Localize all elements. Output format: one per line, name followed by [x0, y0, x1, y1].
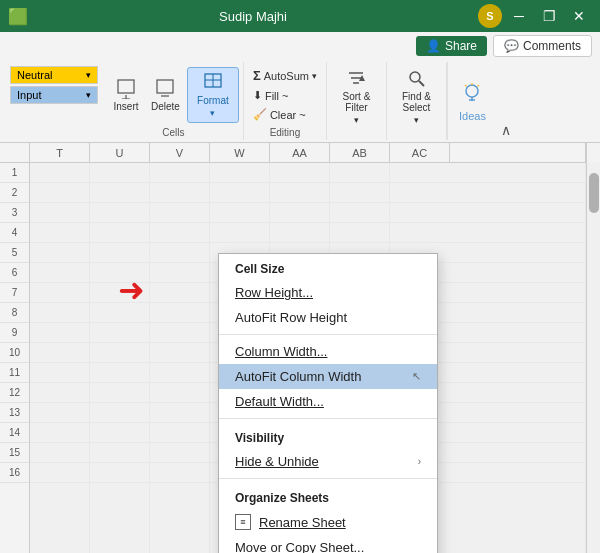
- hide-unhide-item[interactable]: Hide & Unhide ›: [219, 449, 437, 474]
- delete-button[interactable]: Delete: [146, 67, 185, 123]
- table-row[interactable]: [150, 263, 209, 283]
- table-row[interactable]: [30, 423, 89, 443]
- table-row[interactable]: [210, 183, 269, 203]
- vertical-scrollbar[interactable]: [586, 163, 600, 553]
- move-copy-item[interactable]: Move or Copy Sheet...: [219, 535, 437, 553]
- table-row[interactable]: [150, 243, 209, 263]
- table-row[interactable]: [30, 203, 89, 223]
- table-row[interactable]: [30, 463, 89, 483]
- table-row[interactable]: [270, 163, 329, 183]
- table-row[interactable]: [30, 443, 89, 463]
- table-row[interactable]: [30, 183, 89, 203]
- table-row[interactable]: [30, 403, 89, 423]
- table-row[interactable]: [150, 223, 209, 243]
- col-AA[interactable]: AA: [270, 143, 330, 162]
- clear-button[interactable]: 🧹 Clear ~: [248, 106, 322, 123]
- table-row[interactable]: [90, 223, 149, 243]
- table-row[interactable]: [30, 363, 89, 383]
- rename-sheet-item[interactable]: ≡ Rename Sheet: [219, 509, 437, 535]
- table-row[interactable]: [30, 303, 89, 323]
- table-row[interactable]: [150, 203, 209, 223]
- table-row[interactable]: [150, 163, 209, 183]
- neutral-style[interactable]: Neutral ▾: [10, 66, 98, 84]
- col-T[interactable]: T: [30, 143, 90, 162]
- table-row[interactable]: [90, 383, 149, 403]
- table-row[interactable]: [150, 463, 209, 483]
- table-row[interactable]: [30, 343, 89, 363]
- insert-button[interactable]: Insert: [108, 67, 144, 123]
- column-width-item[interactable]: Column Width...: [219, 339, 437, 364]
- table-row[interactable]: [90, 203, 149, 223]
- close-button[interactable]: ✕: [566, 3, 592, 29]
- table-row[interactable]: [150, 323, 209, 343]
- share-button[interactable]: 👤 Share: [416, 36, 487, 56]
- table-row[interactable]: [150, 303, 209, 323]
- table-row[interactable]: [90, 363, 149, 383]
- table-row[interactable]: [390, 203, 585, 223]
- ribbon-collapse-button[interactable]: ∧: [497, 120, 515, 140]
- table-row[interactable]: [90, 163, 149, 183]
- table-row[interactable]: [90, 263, 149, 283]
- table-row[interactable]: [150, 423, 209, 443]
- table-row[interactable]: [330, 163, 389, 183]
- table-row[interactable]: [330, 203, 389, 223]
- ideas-button[interactable]: Ideas: [447, 62, 497, 140]
- row-height-item[interactable]: Row Height...: [219, 280, 437, 305]
- table-row[interactable]: [270, 223, 329, 243]
- table-row[interactable]: [90, 323, 149, 343]
- table-row[interactable]: [150, 343, 209, 363]
- autofit-column-width-item[interactable]: AutoFit Column Width ↖: [219, 364, 437, 389]
- table-row[interactable]: [390, 163, 585, 183]
- autosum-button[interactable]: Σ AutoSum ▾: [248, 66, 322, 85]
- cell-T1[interactable]: [30, 163, 89, 183]
- autofit-row-height-item[interactable]: AutoFit Row Height: [219, 305, 437, 330]
- table-row[interactable]: [90, 463, 149, 483]
- table-row[interactable]: [330, 183, 389, 203]
- table-row[interactable]: [270, 183, 329, 203]
- find-button[interactable]: Find &Select ▾: [397, 64, 436, 128]
- table-row[interactable]: [90, 183, 149, 203]
- table-row[interactable]: [210, 163, 269, 183]
- fill-button[interactable]: ⬇ Fill ~: [248, 87, 322, 104]
- table-row[interactable]: [90, 423, 149, 443]
- col-V[interactable]: V: [150, 143, 210, 162]
- sort-filter-button[interactable]: Sort &Filter ▾: [338, 64, 376, 128]
- table-row[interactable]: [150, 383, 209, 403]
- input-style[interactable]: Input ▾: [10, 86, 98, 104]
- col-W[interactable]: W: [210, 143, 270, 162]
- table-row[interactable]: [330, 223, 389, 243]
- table-row[interactable]: [150, 363, 209, 383]
- scrollbar-thumb[interactable]: [589, 173, 599, 213]
- restore-button[interactable]: ❐: [536, 3, 562, 29]
- table-row[interactable]: [30, 383, 89, 403]
- table-row[interactable]: [90, 443, 149, 463]
- table-row[interactable]: [30, 223, 89, 243]
- table-row[interactable]: [210, 223, 269, 243]
- table-row[interactable]: [270, 203, 329, 223]
- table-row[interactable]: [210, 203, 269, 223]
- col-AB[interactable]: AB: [330, 143, 390, 162]
- table-row[interactable]: [90, 303, 149, 323]
- editing-group: Σ AutoSum ▾ ⬇ Fill ~ 🧹 Clear ~ Editing: [244, 62, 327, 140]
- table-row[interactable]: [30, 243, 89, 263]
- table-row[interactable]: [30, 323, 89, 343]
- format-button[interactable]: Format ▾: [187, 67, 239, 123]
- table-row[interactable]: [390, 223, 585, 243]
- default-width-item[interactable]: Default Width...: [219, 389, 437, 414]
- table-row[interactable]: [30, 263, 89, 283]
- minimize-button[interactable]: ─: [506, 3, 532, 29]
- table-row[interactable]: [90, 283, 149, 303]
- comments-button[interactable]: 💬 Comments: [493, 35, 592, 57]
- table-row[interactable]: [30, 283, 89, 303]
- rename-icon: ≡: [235, 514, 251, 530]
- table-row[interactable]: [90, 343, 149, 363]
- table-row[interactable]: [150, 183, 209, 203]
- table-row[interactable]: [150, 403, 209, 423]
- col-U[interactable]: U: [90, 143, 150, 162]
- table-row[interactable]: [150, 283, 209, 303]
- table-row[interactable]: [90, 403, 149, 423]
- table-row[interactable]: [390, 183, 585, 203]
- table-row[interactable]: [90, 243, 149, 263]
- col-AC[interactable]: AC: [390, 143, 450, 162]
- table-row[interactable]: [150, 443, 209, 463]
